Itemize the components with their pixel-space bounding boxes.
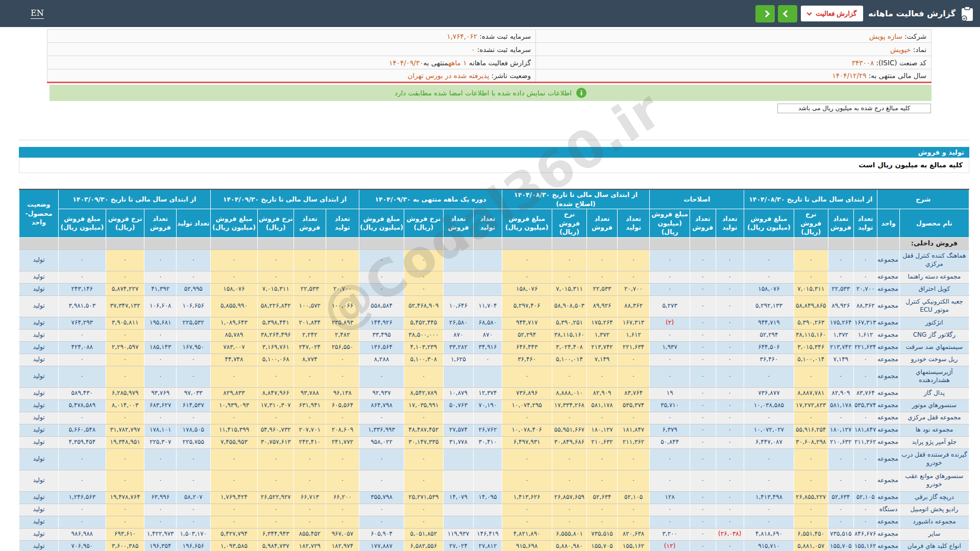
report-type-dropdown[interactable]: گزارش فعالیت — [801, 6, 863, 21]
value-cell: ۷,۱۴۹ — [828, 354, 853, 366]
value-cell — [443, 366, 474, 387]
value-cell: ۱۶۷,۹۵۰ — [176, 341, 210, 354]
unit-cell: مجموعه — [877, 271, 899, 283]
info-value: ۱,۷۶۴,۰۶۲ — [447, 32, 477, 40]
value-cell: ۵۳۵,۳۷۴ — [853, 399, 877, 412]
value-cell: ۲۰۷,۷۰۱ — [294, 424, 326, 436]
value-cell: ۱۰,۰۷۲,۰۲۷ — [744, 424, 794, 436]
value-cell: ۲۰۱,۸۴۴ — [294, 317, 326, 329]
product-row: رگلاتور گاز CNGمجموعه۱,۶۱۲۱,۳۷۲۳۸,۱۱۵,۱۶… — [19, 329, 969, 341]
product-name-cell: رگلاتور گاز CNG — [899, 329, 969, 341]
value-cell: ۰ — [294, 271, 326, 283]
value-cell: ۰ — [258, 249, 294, 271]
value-cell: ۳۶,۴۶۰ — [744, 354, 794, 366]
value-cell: ۷۰,۱۹۰ — [474, 399, 502, 412]
value-cell: ۵۰,۷۶۳ — [443, 399, 474, 412]
value-cell: ۶۱۴,۵۳۷ — [176, 399, 210, 412]
value-cell: ۷,۰۱۵,۳۱۱ — [794, 283, 828, 295]
value-cell: ۰ — [716, 424, 744, 436]
value-cell: ۰ — [58, 412, 106, 424]
value-cell: ۰ — [210, 412, 258, 424]
column-header: مبلغ فروش (میلیون ریال) — [650, 209, 690, 238]
value-cell: ۵۵۸,۵۸۴ — [359, 295, 404, 317]
value-cell: ۰ — [650, 271, 690, 283]
cell — [587, 237, 618, 249]
value-cell: ۰ — [258, 470, 294, 491]
value-cell: ۶۰۵,۹۰۴ — [359, 528, 404, 540]
value-cell: ۸۵۵,۴۵۲ — [294, 528, 326, 540]
language-switch-link[interactable]: EN — [31, 8, 44, 19]
value-cell: ۰ — [359, 516, 404, 528]
value-cell: ۲۶,۵۲۲,۹۲۷ — [258, 491, 294, 504]
value-cell: ۸۴۶,۶۷۶ — [853, 528, 877, 540]
value-cell: ۵۲,۴۶۸,۹۰۹ — [404, 295, 444, 317]
value-cell: ۰ — [326, 249, 359, 271]
value-cell: ۰ — [794, 366, 828, 387]
info-row: سال مالی منتهی به: ۱۴۰۴/۱۲/۲۹وضعیت ناشر:… — [47, 69, 932, 83]
value-cell: ۰ — [359, 271, 404, 283]
unit-cell: مجموعه — [877, 448, 899, 470]
value-cell: ۰ — [617, 366, 650, 387]
value-cell: ۰ — [716, 341, 744, 354]
status-cell: تولید — [19, 354, 59, 366]
value-cell: ۰ — [404, 412, 444, 424]
value-cell: ۰ — [58, 271, 106, 283]
cell — [877, 237, 899, 249]
product-row: پدال گازمجموعه۸۳,۷۶۴۸۲,۹۰۹۸,۸۸۷,۷۸۱۷۳۶,۸… — [19, 387, 969, 399]
product-row: مجموعه داشبوردمجموعه۰۰۰۰۰۰۰۰۰۰۰۰۰۰۰۰۰۰۰۰… — [19, 516, 969, 528]
prev-report-button[interactable] — [755, 5, 775, 22]
value-cell: ۳,۱۶۹,۷۶۱ — [258, 341, 294, 354]
value-cell: ۱,۳۷۲ — [828, 329, 853, 341]
value-cell: ۰ — [690, 448, 716, 470]
value-cell: ۷۸۳,۰۰۷ — [210, 341, 258, 354]
value-cell: ۱۷۸,۱۰۱ — [144, 424, 177, 436]
group-row: فروش داخلی: — [19, 237, 969, 249]
status-cell: تولید — [19, 412, 59, 424]
info-cell-right: سال مالی منتهی به: ۱۴۰۴/۱۲/۲۹ — [536, 69, 932, 83]
value-cell: ۲۴۷,۰۲۴ — [294, 341, 326, 354]
info-value: ۱ ماهه — [448, 59, 467, 67]
section-subtitle: کلیه مبالغ به میلیون ریال است — [19, 158, 969, 173]
cell — [58, 237, 106, 249]
product-name-cell: ریل سوخت خودرو — [899, 354, 969, 366]
value-cell: ۲۶,۷۶۲ — [474, 424, 502, 436]
value-cell: ۳۳,۴۹۵ — [359, 329, 404, 341]
value-cell: ۰ — [359, 504, 404, 516]
product-row: مجموعه دسته راهنمامجموعه۰۰۰۰۰۰۰۰۰۰۰۰۰۰۰۰… — [19, 271, 969, 283]
value-cell: ۰ — [744, 412, 794, 424]
cell — [144, 237, 177, 249]
value-cell: ۰ — [552, 504, 587, 516]
next-report-button[interactable] — [778, 5, 797, 22]
value-cell: ۱۹,۳۴۸,۹۵۱ — [106, 436, 144, 448]
unit-cell: مجموعه — [877, 295, 899, 317]
column-header: مبلغ فروش (میلیون ریال) — [58, 209, 106, 238]
value-cell: ۱۸۵,۱۴۳ — [144, 341, 177, 354]
value-cell: ۹۱۵,۶۹۸ — [502, 540, 552, 551]
column-header: تعداد تولید — [853, 209, 877, 238]
value-cell: ۱۵۵,۷۰۵ — [828, 540, 853, 551]
value-cell: ۰ — [210, 448, 258, 470]
value-cell: ۰ — [853, 271, 877, 283]
value-cell: ۱,۴۱۳,۶۲۶ — [502, 491, 552, 504]
unit-cell: مجموعه — [877, 354, 899, 366]
value-cell: ۱۷,۳۳۴,۲۶۸ — [552, 399, 587, 412]
value-cell: ۰ — [502, 516, 552, 528]
value-cell: ۳,۹۰۵,۸۱۱ — [106, 317, 144, 329]
cell — [744, 237, 794, 249]
value-cell: ۰ — [716, 491, 744, 504]
value-cell: ۵,۳۹۸,۴۴۱ — [258, 317, 294, 329]
value-cell: ۰ — [828, 470, 853, 491]
status-cell: تولید — [19, 329, 59, 341]
value-cell — [443, 448, 474, 470]
column-header: واحد — [877, 209, 899, 238]
value-cell: ۰ — [404, 283, 444, 295]
value-cell: ۰ — [828, 366, 853, 387]
cell — [650, 237, 690, 249]
product-name-cell: کویل احتراق — [899, 283, 969, 295]
value-cell: ۸۲,۹۰۹ — [587, 387, 618, 399]
column-header: نرخ فروش (ریال) — [404, 209, 444, 238]
status-cell: تولید — [19, 399, 59, 412]
value-cell: ۸,۲۸۸ — [359, 354, 404, 366]
value-cell: ۱۰,۰۷۸,۴۰۶ — [502, 424, 552, 436]
value-cell: ۰ — [744, 249, 794, 271]
